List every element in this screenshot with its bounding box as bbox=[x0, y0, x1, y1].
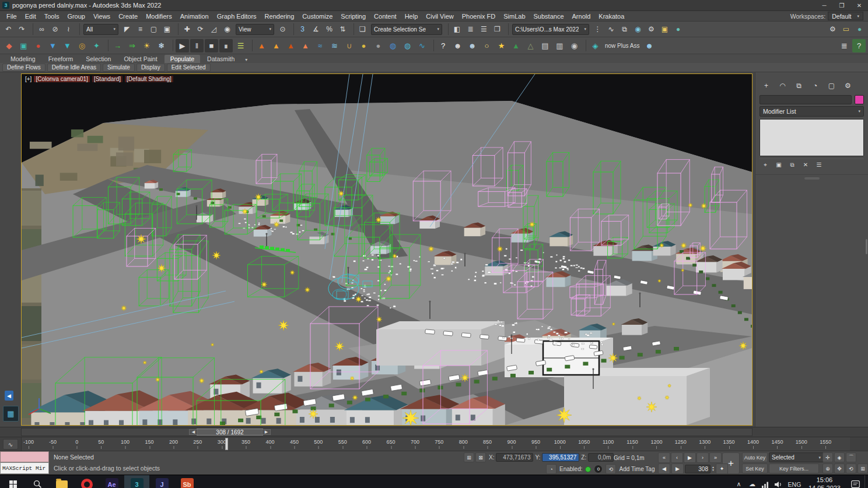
key-mode-toggle[interactable]: ✦ bbox=[716, 464, 728, 474]
maximize-button[interactable]: ❐ bbox=[833, 0, 850, 10]
ocean-drop-icon[interactable]: ▼ bbox=[61, 39, 74, 52]
current-frame-marker[interactable] bbox=[225, 438, 228, 450]
render-production-icon[interactable]: ● bbox=[672, 23, 684, 36]
utilities-tab-icon[interactable]: ⚙ bbox=[841, 80, 855, 92]
object-name-field[interactable] bbox=[760, 95, 852, 104]
menu-group[interactable]: Group bbox=[63, 12, 89, 20]
configure-modifier-sets-icon[interactable]: ☰ bbox=[814, 160, 824, 170]
ribbon-tab-datasmith[interactable]: Datasmith bbox=[201, 55, 240, 63]
menu-phoenix-fd[interactable]: Phoenix FD bbox=[458, 12, 499, 20]
show-end-result-icon[interactable]: ▣ bbox=[774, 160, 784, 170]
selection-lock-icon[interactable]: ⊠ bbox=[475, 452, 486, 462]
taskbar-app-substance[interactable]: Sb bbox=[174, 475, 200, 488]
ribbon-overflow-icon[interactable]: ▾ bbox=[242, 57, 251, 63]
maxscript-mini-listener[interactable]: MAXScript Mir bbox=[0, 462, 49, 474]
mini-curve-editor-button[interactable]: ∿ bbox=[3, 439, 18, 450]
mirror-icon[interactable]: ◧ bbox=[451, 23, 463, 36]
sun-icon[interactable]: ☀ bbox=[140, 39, 153, 52]
foam-icon[interactable]: ≋ bbox=[328, 39, 341, 52]
time-slider-track[interactable]: ◀ 308 / 1692 ▶ bbox=[21, 428, 752, 436]
coffee-cup-icon[interactable]: ∪ bbox=[342, 39, 356, 52]
key-set-dropdown[interactable]: Selected ▾ bbox=[769, 452, 824, 462]
rendered-frame-window-icon[interactable]: ▣ bbox=[659, 23, 671, 36]
modifier-stack[interactable] bbox=[760, 119, 864, 156]
key-entry-icon[interactable]: ⌒ bbox=[846, 452, 856, 462]
cloud-icon[interactable]: ☁ bbox=[746, 480, 759, 488]
zero-badge[interactable]: 0 bbox=[594, 465, 603, 473]
viewport-shading-label[interactable]: [Default Shading] bbox=[125, 76, 173, 82]
network-icon[interactable] bbox=[759, 481, 772, 488]
zoom-icon[interactable]: ⊕ bbox=[822, 464, 833, 473]
motion-tab-icon[interactable]: ◔ bbox=[808, 80, 822, 92]
language-indicator[interactable]: ENG bbox=[786, 481, 803, 488]
ribbon-tab-selection[interactable]: Selection bbox=[80, 55, 117, 63]
taskbar-app-browser-red[interactable] bbox=[74, 475, 99, 488]
teapot-gold-icon[interactable]: ● bbox=[357, 39, 370, 52]
select-by-name-icon[interactable]: ≡ bbox=[134, 23, 146, 36]
bind-to-space-warp-icon[interactable]: ≀ bbox=[62, 23, 75, 36]
menu-substance[interactable]: Substance bbox=[530, 12, 568, 20]
minimize-button[interactable]: ─ bbox=[816, 0, 833, 10]
cannonball-icon[interactable]: ● bbox=[372, 39, 385, 52]
macro-recorder-field[interactable] bbox=[0, 451, 49, 462]
vray-sphere-icon[interactable]: ● bbox=[32, 39, 45, 52]
phoenix-sim-icon[interactable]: ▣ bbox=[17, 39, 30, 52]
select-and-link-icon[interactable]: ∞ bbox=[36, 23, 48, 36]
people-blue-icon[interactable]: ☻ bbox=[466, 39, 479, 52]
viewport-scene[interactable] bbox=[22, 74, 752, 425]
close-button[interactable]: ✕ bbox=[850, 0, 868, 10]
orbit-icon[interactable]: ⟲ bbox=[846, 464, 856, 473]
viewport-style-label[interactable]: [Standard] bbox=[92, 76, 123, 82]
select-and-place-icon[interactable]: ◉ bbox=[221, 23, 233, 36]
fire-preset-3-icon[interactable]: ▲ bbox=[284, 39, 298, 52]
flow-arrow-double-icon[interactable]: ⇒ bbox=[125, 39, 139, 52]
menu-customize[interactable]: Customize bbox=[298, 12, 337, 20]
menu-civil-view[interactable]: Civil View bbox=[422, 12, 457, 20]
snaps-toggle-icon[interactable]: 3 bbox=[296, 23, 309, 36]
menu-tools[interactable]: Tools bbox=[40, 12, 64, 20]
ribbon-tab-populate[interactable]: Populate bbox=[164, 55, 200, 63]
play-button[interactable]: ▶ bbox=[684, 452, 696, 463]
hierarchy-tab-icon[interactable]: ⧉ bbox=[792, 80, 806, 92]
undock-icon[interactable]: ⋮ bbox=[592, 23, 604, 36]
render-teapot-icon[interactable]: ● bbox=[853, 23, 866, 36]
fire-preset-4-icon[interactable]: ▲ bbox=[299, 39, 312, 52]
display-tab-icon[interactable]: ▢ bbox=[824, 80, 839, 92]
edit-named-selection-sets-icon[interactable]: ❏ bbox=[356, 23, 369, 36]
frame-buffer-icon[interactable]: ▭ bbox=[840, 23, 852, 36]
previous-key-button[interactable]: ‹ bbox=[671, 452, 683, 463]
material-editor-icon[interactable]: ◉ bbox=[632, 23, 644, 36]
go-to-end-button[interactable]: » bbox=[709, 452, 722, 463]
enabled-indicator[interactable] bbox=[585, 466, 591, 472]
camera-tool-icon[interactable]: ◉ bbox=[568, 39, 581, 52]
create-key-icon[interactable]: ✛ bbox=[822, 452, 833, 462]
star-tool-icon[interactable]: ★ bbox=[495, 39, 508, 52]
menu-modifiers[interactable]: Modifiers bbox=[142, 12, 176, 20]
viewport-layout-tab-button[interactable]: ▦ bbox=[3, 406, 19, 422]
taskbar-search-button[interactable] bbox=[26, 475, 49, 488]
timeline-ruler[interactable]: -100-50050100150200250300350400450500550… bbox=[21, 437, 850, 451]
menu-graph-editors[interactable]: Graph Editors bbox=[213, 12, 261, 20]
show-desktop-button[interactable] bbox=[864, 475, 868, 488]
people-gray-icon[interactable]: ☻ bbox=[451, 39, 464, 52]
menu-create[interactable]: Create bbox=[114, 12, 142, 20]
modify-tab-icon[interactable]: ◠ bbox=[775, 80, 790, 92]
pan-icon[interactable]: ✥ bbox=[834, 464, 845, 473]
viewport[interactable]: [+] [Colonva camera01] [Standard] [Defau… bbox=[21, 73, 752, 426]
rollout-handle[interactable] bbox=[804, 177, 820, 180]
remove-modifier-icon[interactable]: ✕ bbox=[800, 160, 811, 170]
ribbon-button-simulate[interactable]: Simulate bbox=[103, 64, 135, 72]
project-folder-dropdown[interactable]: C:\Users\O...s Max 2022▾ bbox=[512, 24, 589, 35]
named-selection-sets-dropdown[interactable]: Create Selection Se▾ bbox=[371, 24, 442, 35]
ribbon-button-display[interactable]: Display bbox=[136, 64, 165, 72]
y-coordinate-field[interactable]: 395,51327 bbox=[542, 453, 579, 462]
splash-icon[interactable]: ≈ bbox=[313, 39, 327, 52]
rectangular-selection-region-icon[interactable]: ▢ bbox=[148, 23, 160, 36]
render-setup-icon[interactable]: ⚙ bbox=[645, 23, 657, 36]
align-icon[interactable]: ≣ bbox=[464, 23, 477, 36]
menu-edit[interactable]: Edit bbox=[21, 12, 40, 20]
play-icon[interactable]: ▶ bbox=[176, 39, 189, 52]
toggle-layer-explorer-icon[interactable]: ❐ bbox=[491, 23, 503, 36]
reference-coordinate-system-dropdown[interactable]: View▾ bbox=[236, 24, 274, 35]
maximize-viewport-icon[interactable]: ⊞ bbox=[858, 464, 868, 473]
